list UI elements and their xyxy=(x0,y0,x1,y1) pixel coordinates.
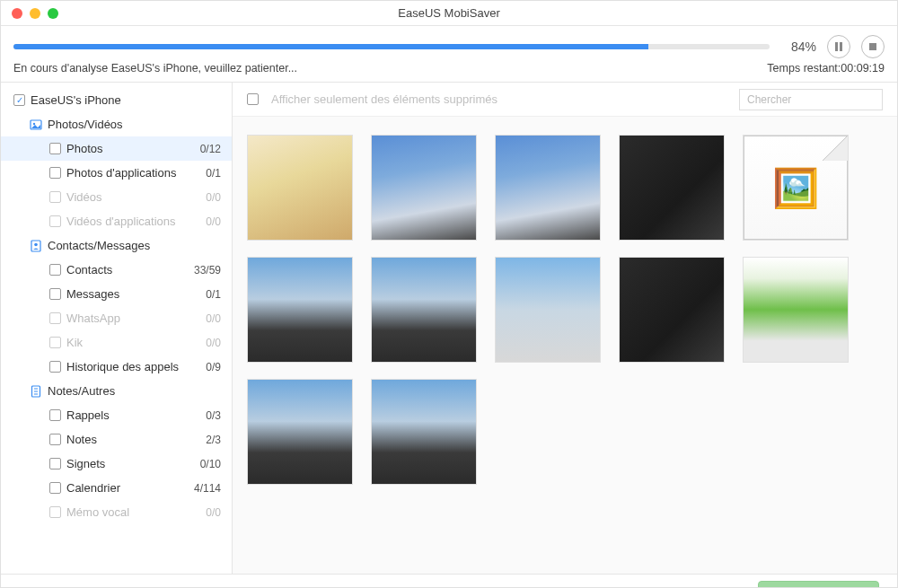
item-count: 0/1 xyxy=(206,288,221,301)
filter-bar: Afficher seulement des éléments supprimé… xyxy=(233,83,897,117)
item-label: Rappels xyxy=(66,408,206,422)
item-label: Signets xyxy=(66,457,200,470)
item-checkbox xyxy=(49,506,61,518)
thumbnail[interactable] xyxy=(371,379,477,485)
sidebar-item-1-2: WhatsApp0/0 xyxy=(1,306,232,330)
svg-rect-2 xyxy=(869,43,876,50)
item-count: 0/12 xyxy=(200,143,221,155)
sidebar-item-1-3: Kik0/0 xyxy=(1,330,232,355)
thumbnail[interactable] xyxy=(371,135,477,241)
item-checkbox xyxy=(49,215,61,227)
thumbnail[interactable] xyxy=(619,257,725,363)
item-count: 2/3 xyxy=(206,434,221,446)
scan-status-text: En cours d'analyse EaseUS's iPhone, veui… xyxy=(13,62,297,75)
contacts-icon xyxy=(30,240,42,252)
thumbnail[interactable] xyxy=(247,379,353,485)
item-checkbox[interactable] xyxy=(49,482,61,494)
sidebar: EaseUS's iPhonePhotos/VidéosPhotos0/12Ph… xyxy=(1,83,233,574)
thumbnail-grid: 🖼️ xyxy=(233,117,897,574)
category-tree: EaseUS's iPhonePhotos/VidéosPhotos0/12Ph… xyxy=(1,83,232,574)
svg-rect-0 xyxy=(835,42,838,51)
search-input[interactable] xyxy=(739,89,883,110)
item-checkbox[interactable] xyxy=(49,434,61,445)
device-checkbox[interactable] xyxy=(13,94,25,106)
item-label: Historique des appels xyxy=(66,360,206,373)
sidebar-item-1-4[interactable]: Historique des appels0/9 xyxy=(1,355,232,379)
item-checkbox[interactable] xyxy=(49,361,61,373)
main-area: EaseUS's iPhonePhotos/VidéosPhotos0/12Ph… xyxy=(1,82,897,574)
group-label: Photos/Vidéos xyxy=(48,118,221,131)
item-label: Contacts xyxy=(66,263,194,276)
sidebar-item-1-1[interactable]: Messages0/1 xyxy=(1,282,232,306)
item-count: 0/0 xyxy=(206,215,221,228)
titlebar: EaseUS MobiSaver xyxy=(1,1,897,26)
item-label: WhatsApp xyxy=(66,312,206,325)
item-count: 0/9 xyxy=(206,361,221,373)
sidebar-item-2-1[interactable]: Notes2/3 xyxy=(1,427,232,452)
show-deleted-label: Afficher seulement des éléments supprimé… xyxy=(271,92,497,106)
item-count: 0/0 xyxy=(206,191,221,204)
sidebar-item-2-0[interactable]: Rappels0/3 xyxy=(1,403,232,427)
progress-fill xyxy=(13,44,648,49)
thumbnail[interactable]: 🖼️ xyxy=(743,135,849,241)
window-title: EaseUS MobiSaver xyxy=(1,6,897,20)
content-pane: Afficher seulement des éléments supprimé… xyxy=(233,83,897,574)
item-label: Kik xyxy=(66,336,206,349)
sidebar-item-2-4: Mémo vocal0/0 xyxy=(1,500,232,524)
sidebar-item-1-0[interactable]: Contacts33/59 xyxy=(1,258,232,282)
item-count: 0/0 xyxy=(206,506,221,519)
item-checkbox[interactable] xyxy=(49,143,61,154)
item-count: 0/0 xyxy=(206,337,221,349)
progress-row: 84% xyxy=(1,26,897,62)
stop-button[interactable] xyxy=(861,35,885,58)
sidebar-item-0-0[interactable]: Photos0/12 xyxy=(1,136,232,161)
svg-point-4 xyxy=(33,122,35,124)
item-label: Photos d'applications xyxy=(66,166,206,180)
progress-percent: 84% xyxy=(780,39,816,54)
sidebar-group-0[interactable]: Photos/Vidéos xyxy=(1,112,232,136)
item-checkbox[interactable] xyxy=(49,167,61,179)
photo-file-icon: 🖼️ xyxy=(772,166,819,210)
item-label: Messages xyxy=(66,287,206,301)
item-count: 0/3 xyxy=(206,409,221,422)
group-label: Notes/Autres xyxy=(48,384,221,398)
item-checkbox xyxy=(49,337,61,348)
recover-button[interactable]: Récupérer xyxy=(758,581,879,589)
image-icon xyxy=(30,118,42,131)
item-label: Mémo vocal xyxy=(66,505,206,519)
item-checkbox[interactable] xyxy=(49,409,61,421)
pause-button[interactable] xyxy=(827,35,850,58)
item-label: Vidéos d'applications xyxy=(66,215,206,228)
footer: Accueil Récupérer xyxy=(1,574,897,588)
thumbnail[interactable] xyxy=(619,135,725,241)
item-label: Vidéos xyxy=(66,190,206,204)
notes-icon xyxy=(30,385,42,398)
sidebar-item-0-2: Vidéos0/0 xyxy=(1,185,232,209)
sidebar-group-2[interactable]: Notes/Autres xyxy=(1,379,232,403)
svg-point-6 xyxy=(34,242,38,246)
thumbnail[interactable] xyxy=(247,135,353,241)
thumbnail[interactable] xyxy=(371,257,477,363)
device-label: EaseUS's iPhone xyxy=(31,93,221,107)
sidebar-item-2-3[interactable]: Calendrier4/114 xyxy=(1,476,232,500)
sidebar-item-2-2[interactable]: Signets0/10 xyxy=(1,452,232,476)
sidebar-device[interactable]: EaseUS's iPhone xyxy=(1,88,232,112)
item-checkbox[interactable] xyxy=(49,458,61,470)
item-label: Notes xyxy=(66,433,206,446)
sidebar-group-1[interactable]: Contacts/Messages xyxy=(1,233,232,258)
item-checkbox xyxy=(49,191,61,203)
thumbnail[interactable] xyxy=(743,257,849,363)
thumbnail[interactable] xyxy=(247,257,353,363)
thumbnail[interactable] xyxy=(495,135,601,241)
item-checkbox[interactable] xyxy=(49,288,61,300)
item-label: Photos xyxy=(66,142,200,155)
item-count: 0/1 xyxy=(206,167,221,180)
thumbnail[interactable] xyxy=(495,257,601,363)
item-count: 0/10 xyxy=(200,458,221,470)
show-deleted-checkbox[interactable] xyxy=(247,93,259,105)
sidebar-item-0-1[interactable]: Photos d'applications0/1 xyxy=(1,161,232,185)
item-checkbox xyxy=(49,312,61,324)
item-count: 33/59 xyxy=(194,264,221,276)
status-row: En cours d'analyse EaseUS's iPhone, veui… xyxy=(1,62,897,82)
item-checkbox[interactable] xyxy=(49,264,61,276)
